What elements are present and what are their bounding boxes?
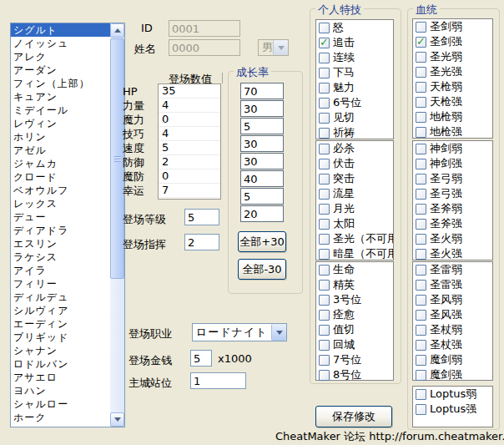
gender-dropdown-button[interactable]: [273, 40, 288, 55]
list-item[interactable]: シャルロー: [11, 397, 110, 411]
list-item[interactable]: ディアドラ: [11, 224, 110, 237]
list-item[interactable]: シャナン: [11, 344, 110, 357]
list-item[interactable]: ミデイール: [11, 104, 110, 117]
bloodline-checkbox-row[interactable]: ✓ 圣火弱: [413, 231, 492, 246]
all-plus-30-button[interactable]: 全部+30: [238, 231, 286, 252]
skill-checkbox-row[interactable]: ✓ 伏击: [316, 156, 393, 171]
bloodline-checkbox-row[interactable]: ✓ 魔剑强: [413, 367, 492, 382]
list-item[interactable]: ホーク: [11, 411, 110, 424]
skill-checkbox-row[interactable]: ✓ 精英: [316, 277, 393, 292]
list-item[interactable]: レヴィン: [11, 117, 110, 130]
list-item[interactable]: アサエロ: [11, 371, 110, 384]
class-dropdown-button[interactable]: [271, 324, 286, 341]
bloodline-checkbox-row[interactable]: ✓ 圣杖弱: [413, 322, 492, 337]
skill-checkbox-row[interactable]: ✓ 怒: [316, 20, 393, 35]
bloodline-checkbox-row[interactable]: ✓ 圣光弱: [413, 49, 492, 64]
skill-checkbox-row[interactable]: ✓ 7号位: [316, 352, 393, 367]
base-stat-value[interactable]: 4: [159, 99, 220, 113]
skill-checkbox-row[interactable]: ✓ 魅力: [316, 80, 393, 95]
skill-checkbox-row[interactable]: ✓ 值切: [316, 322, 393, 337]
list-item[interactable]: フィン（上部）: [11, 77, 110, 90]
skill-checkbox-row[interactable]: ✓ 流星: [316, 186, 393, 201]
list-item[interactable]: ノイッシュ: [11, 37, 110, 50]
bloodline-checkbox-row[interactable]: ✓ 圣弓弱: [413, 171, 492, 186]
name-input[interactable]: [169, 39, 240, 56]
base-stat-value[interactable]: 35: [159, 84, 220, 99]
list-item[interactable]: ディルデュ: [11, 291, 110, 304]
growth-rate-input[interactable]: 20: [240, 205, 284, 222]
list-item[interactable]: アイラ: [11, 264, 110, 277]
level-input[interactable]: [184, 209, 219, 225]
character-list[interactable]: シグルトノイッシュアレクアーダンフィン（上部）キュアンミデイールレヴィンホリンア…: [10, 23, 125, 427]
base-stat-value[interactable]: 4: [159, 127, 220, 141]
position-input[interactable]: [190, 372, 246, 389]
skill-checkbox-row[interactable]: ✓ 暗星（不可用）: [316, 246, 393, 261]
list-item[interactable]: レックス: [11, 197, 110, 210]
money-input[interactable]: [190, 350, 212, 367]
list-item[interactable]: アレク: [11, 50, 110, 63]
bloodline-checkbox-row[interactable]: ✓ 天枪强: [413, 94, 492, 109]
base-stat-value[interactable]: 7: [159, 184, 220, 198]
growth-rate-input[interactable]: 30: [240, 135, 284, 152]
list-item[interactable]: アゼル: [11, 144, 110, 157]
bloodline-checkbox-row[interactable]: ✓ 圣风弱: [413, 292, 492, 307]
gender-select[interactable]: 男: [258, 39, 289, 56]
skill-checkbox-row[interactable]: ✓ 突击: [316, 171, 393, 186]
list-item[interactable]: クロード: [11, 170, 110, 184]
list-item[interactable]: シグルト: [11, 23, 110, 37]
skill-checkbox-row[interactable]: ✓ 必杀: [316, 141, 393, 156]
id-input[interactable]: [169, 20, 240, 37]
skill-checkbox-row[interactable]: ✓ 痊愈: [316, 307, 393, 322]
bloodline-checkbox-row[interactable]: ✓ 圣剑强: [413, 34, 492, 49]
skill-checkbox-row[interactable]: ✓ 3号位: [316, 292, 393, 307]
skill-checkbox-row[interactable]: ✓ 月光: [316, 201, 393, 216]
save-button[interactable]: 保存修改: [315, 406, 392, 427]
bloodline-checkbox-row[interactable]: ✓ 圣斧弱: [413, 201, 492, 216]
bloodline-checkbox-row[interactable]: ✓ 圣弓强: [413, 186, 492, 201]
base-stats-table[interactable]: 354045207: [158, 83, 221, 200]
bloodline-checkbox-row[interactable]: ✓ 圣斧强: [413, 216, 492, 231]
bloodline-checkbox-row[interactable]: ✓ 地枪强: [413, 124, 492, 139]
list-item[interactable]: トリスタン: [11, 424, 110, 427]
base-stat-value[interactable]: 2: [159, 155, 220, 169]
list-item[interactable]: ロドルバン: [11, 357, 110, 371]
list-item[interactable]: キュアン: [11, 90, 110, 104]
skill-checkbox-row[interactable]: ✓ 追击: [316, 35, 393, 50]
skill-checkbox-row[interactable]: ✓ 生命: [316, 262, 393, 277]
list-item[interactable]: ホリン: [11, 130, 110, 144]
list-item[interactable]: ヨハン: [11, 384, 110, 397]
bloodline-checkbox-row[interactable]: ✓ 圣雷弱: [413, 262, 492, 277]
class-select[interactable]: ロードナイト: [192, 323, 287, 341]
bloodline-checkbox-row[interactable]: ✓ 圣火强: [413, 246, 492, 261]
bloodline-checkbox-row[interactable]: ✓ 天枪弱: [413, 79, 492, 94]
list-item[interactable]: ブリギッド: [11, 331, 110, 344]
skill-checkbox-row[interactable]: ✓ 连续: [316, 50, 393, 65]
skill-checkbox-row[interactable]: ✓ 太阳: [316, 216, 393, 231]
skill-checkbox-row[interactable]: ✓ 6号位: [316, 95, 393, 110]
bloodline-checkbox-row[interactable]: ✓ 神剑强: [413, 156, 492, 171]
list-item[interactable]: エスリン: [11, 237, 110, 250]
growth-rate-input[interactable]: 70: [240, 83, 284, 99]
growth-rate-input[interactable]: 30: [240, 100, 284, 117]
command-input[interactable]: [184, 234, 219, 250]
growth-rate-input[interactable]: 5: [240, 188, 284, 205]
skill-checkbox-row[interactable]: ✓ 祈祷: [316, 125, 393, 140]
growth-rate-input[interactable]: 40: [240, 170, 284, 187]
bloodline-checkbox-row[interactable]: ✓ 圣风强: [413, 307, 492, 322]
skill-checkbox-row[interactable]: ✓ 8号位: [316, 367, 393, 382]
list-item[interactable]: エーディン: [11, 317, 110, 331]
list-item[interactable]: ジャムカ: [11, 157, 110, 170]
growth-rate-input[interactable]: 30: [240, 153, 284, 169]
list-item[interactable]: ラケシス: [11, 250, 110, 264]
scroll-down-button[interactable]: [110, 412, 124, 427]
skill-checkbox-row[interactable]: ✓ 下马: [316, 65, 393, 80]
base-stat-value[interactable]: 0: [159, 113, 220, 127]
bloodline-checkbox-row[interactable]: ✓ 圣光强: [413, 64, 492, 79]
scroll-up-button[interactable]: [110, 23, 124, 38]
list-item[interactable]: アーダン: [11, 63, 110, 77]
skill-checkbox-row[interactable]: ✓ 回城: [316, 337, 393, 352]
bloodline-checkbox-row[interactable]: ✓ 圣剑弱: [413, 19, 492, 34]
list-item[interactable]: デュー: [11, 210, 110, 224]
base-stat-value[interactable]: 5: [159, 141, 220, 155]
list-item[interactable]: ベオウルフ: [11, 184, 110, 197]
